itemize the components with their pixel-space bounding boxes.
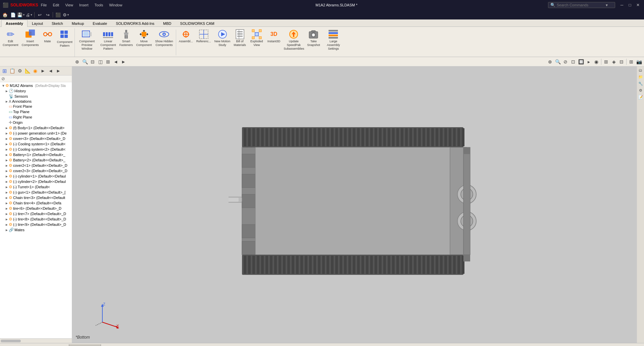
tree-item-mates[interactable]: ► 🔗 Mates	[1, 227, 71, 233]
display-style-button[interactable]: ⊞	[602, 58, 610, 65]
tab-evaluate[interactable]: Evaluate	[88, 20, 111, 27]
cover3-expand-icon[interactable]: ►	[5, 137, 9, 141]
tree-item-tire9[interactable]: ► ⚙ (-) tire<9> (Default<<Default>_D	[1, 222, 71, 227]
nav-next-button[interactable]: ►	[13, 345, 19, 346]
take-snapshot-button[interactable]: TakeSnapshot	[306, 28, 321, 57]
nav-prev-button[interactable]: ◄	[7, 345, 13, 346]
tree-item-battery1[interactable]: ► ⚙ Battery<1> (Default<<Default>_	[1, 152, 71, 157]
assemble-button[interactable]: Assembl...	[178, 28, 194, 57]
options-dropdown-button[interactable]: ⚙▼	[62, 11, 70, 18]
tree-item-cover2-3[interactable]: ► ⚙ cover2<3> (Default<<Default>_D	[1, 168, 71, 174]
exploded-view-button[interactable]: ExplodedView	[248, 28, 265, 57]
save-dropdown-button[interactable]: 💾▼	[17, 11, 25, 18]
body1-expand-icon[interactable]: ►	[5, 126, 9, 130]
appearance-icon[interactable]: ◉	[32, 67, 39, 75]
tree-item-annotations[interactable]: ► A Annotations	[1, 99, 71, 104]
cover2-1-expand-icon[interactable]: ►	[5, 164, 9, 167]
move-component-button[interactable]: MoveComponent	[135, 28, 153, 57]
large-assembly-settings-button[interactable]: Large AssemblySettings	[322, 28, 345, 57]
tree-item-front-plane[interactable]: ▭ Front Plane	[1, 104, 71, 109]
select-button[interactable]: ⬛	[54, 11, 62, 18]
view-tool-7[interactable]: ◉	[593, 58, 600, 65]
tree-item-turret1[interactable]: ► ⚙ (-) Turret<1> (Default<	[1, 184, 71, 190]
new-document-button[interactable]: 📄	[9, 11, 17, 18]
search-commands-input[interactable]	[557, 3, 604, 7]
tree-item-right-plane[interactable]: ▭ Right Plane	[1, 114, 71, 120]
back-button[interactable]: ◄	[47, 67, 54, 75]
tree-item-origin[interactable]: ✛ Origin	[1, 120, 71, 125]
tree-item-tire7[interactable]: ► ⚙ (-) tire<7> (Default<<Default>_D	[1, 211, 71, 216]
tab-assembly[interactable]: Assembly	[1, 20, 28, 27]
tab-sketch[interactable]: Sketch	[47, 20, 67, 27]
tab-mbd[interactable]: MBD	[159, 20, 176, 27]
instant3d-button[interactable]: 3D Instant3D	[266, 28, 282, 57]
view-tool-5[interactable]: 🔲	[577, 58, 585, 65]
view-tool-2[interactable]: 🔍	[554, 58, 561, 65]
tree-item-cooling2[interactable]: ► ⚙ (-) Cooling system<2> (Default<	[1, 147, 71, 152]
linear-component-pattern-button[interactable]: LinearComponentPattern	[99, 28, 117, 57]
history-expand-icon[interactable]: ►	[5, 89, 9, 93]
turret1-expand-icon[interactable]: ►	[5, 185, 9, 189]
nav-last-button[interactable]: ►►	[19, 345, 25, 346]
feature-tree[interactable]: ▼ ⚙ M1A2 Abrams (Default<Display Sta ► 🕐…	[0, 82, 72, 338]
tab-layout[interactable]: Layout	[28, 20, 47, 27]
forward-button[interactable]: ►	[55, 67, 62, 75]
layout-view-button[interactable]: ⊞	[628, 58, 635, 65]
search-dropdown-icon[interactable]: ▼	[605, 3, 608, 7]
tab-motion-study[interactable]: Motion Study 1	[69, 344, 101, 346]
reference-button[interactable]: Referenc...	[195, 28, 212, 57]
component-pattern-button[interactable]: ComponentPattern	[56, 29, 74, 48]
tree-item-cylinder1[interactable]: ► ⚙ (-) cylinder<1> (Default<<Defaul	[1, 174, 71, 179]
simulation-icon[interactable]: ►	[39, 67, 47, 75]
show-hidden-components-button[interactable]: Show HiddenComponents	[154, 28, 175, 57]
home-button[interactable]: 🏠	[1, 11, 9, 18]
cylinder2-expand-icon[interactable]: ►	[5, 180, 9, 184]
undo-button[interactable]: ↩	[36, 11, 43, 18]
feature-manager-icon[interactable]: ⊞	[1, 67, 8, 75]
config-manager-icon[interactable]: ⚙	[16, 67, 23, 75]
mates-expand-icon[interactable]: ►	[5, 228, 9, 232]
tree-root[interactable]: ▼ ⚙ M1A2 Abrams (Default<Display Sta	[1, 83, 71, 88]
right-panel-btn-5[interactable]: 📝	[638, 94, 644, 100]
root-expand-icon[interactable]: ▼	[1, 84, 5, 88]
tree-item-tire6[interactable]: ► ⚙ tire<6> (Default<<Default>_D	[1, 206, 71, 211]
tree-item-body1[interactable]: ► ⚙ (f) Body<1> (Default<<Default>	[1, 125, 71, 131]
property-manager-icon[interactable]: 📋	[8, 67, 16, 75]
tree-item-chain-tire4[interactable]: ► ⚙ Chain tire<4> (Default<<Defa	[1, 200, 71, 206]
hide-show-button[interactable]: ◫	[97, 58, 104, 65]
section-view-button[interactable]: ⊟	[618, 58, 625, 65]
expand-button[interactable]: ⊞	[104, 58, 112, 65]
tab-model[interactable]: Model	[28, 344, 45, 346]
edit-component-button[interactable]: ✏ EditComponent	[1, 28, 20, 57]
power-gen-expand-icon[interactable]: ►	[5, 132, 9, 135]
cooling1-expand-icon[interactable]: ►	[5, 142, 9, 146]
right-panel-btn-2[interactable]: 📁	[638, 74, 644, 80]
redo-button[interactable]: ↪	[44, 11, 51, 18]
tab-markup[interactable]: Markup	[67, 20, 89, 27]
annotations-expand-icon[interactable]: ►	[5, 100, 9, 103]
chain-tire3-expand-icon[interactable]: ►	[5, 196, 9, 200]
menu-tools[interactable]: Tools	[92, 2, 106, 8]
tab-solidworks-cam[interactable]: SOLIDWORKS CAM	[176, 20, 219, 27]
tire8-expand-icon[interactable]: ►	[5, 217, 9, 221]
new-motion-study-button[interactable]: New MotionStudy	[213, 28, 232, 57]
tree-item-cooling1[interactable]: ► ⚙ (-) Cooling system<1> (Default<	[1, 141, 71, 147]
search-tree-button[interactable]: 🔍	[81, 58, 89, 65]
tree-item-chain-tire3[interactable]: ► ⚙ Chain tire<3> (Default<<Default	[1, 195, 71, 200]
menu-window[interactable]: Window	[106, 2, 125, 8]
bill-of-materials-button[interactable]: Bill ofMaterials	[232, 28, 247, 57]
cooling2-expand-icon[interactable]: ►	[5, 148, 9, 151]
tree-item-sensors[interactable]: 📡 Sensors	[1, 94, 71, 99]
menu-file[interactable]: File	[38, 2, 50, 8]
battery2-expand-icon[interactable]: ►	[5, 158, 9, 162]
cylinder1-expand-icon[interactable]: ►	[5, 175, 9, 178]
tree-item-cylinder2[interactable]: ► ⚙ (-) cylinder<2> (Default<<Defaul	[1, 179, 71, 184]
tree-item-tire8[interactable]: ► ⚙ (-) tire<8> (Default<<Default>_D	[1, 216, 71, 222]
menu-insert[interactable]: Insert	[77, 2, 91, 8]
close-button[interactable]: ✕	[635, 2, 641, 8]
right-panel-btn-3[interactable]: 🔧	[638, 81, 644, 87]
tree-item-battery2[interactable]: ► ⚙ Battery<2> (Default<<Default>_	[1, 157, 71, 163]
insert-components-button[interactable]: InsertComponents	[20, 28, 40, 57]
3d-viewport[interactable]: Z X *Bottom	[72, 66, 637, 343]
view-tool-3[interactable]: ⊘	[562, 58, 569, 65]
